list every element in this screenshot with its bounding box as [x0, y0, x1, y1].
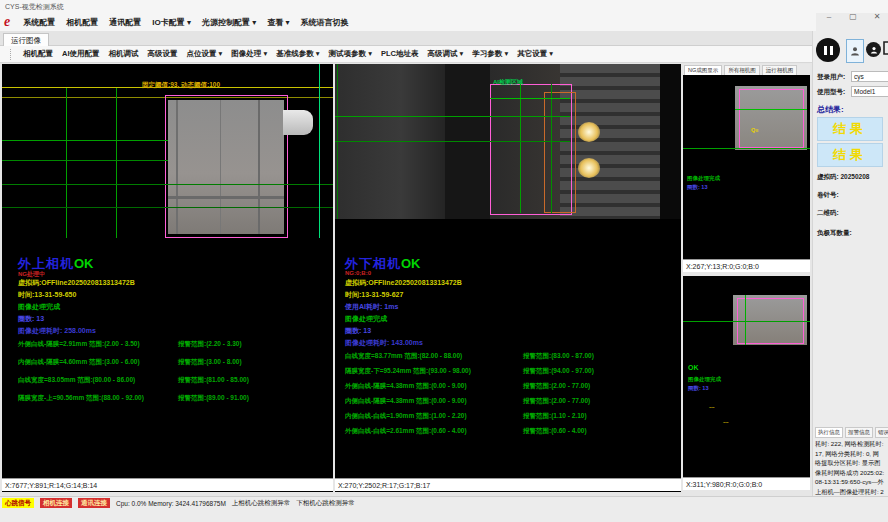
tab-alarm-info[interactable]: 报警信息 — [845, 427, 873, 438]
app-window: CYS-视觉检测系统 – ▢ ✕ e 系统配置 相机配置 通讯配置 IO卡配置 … — [0, 0, 888, 522]
overlay-green-hline — [2, 160, 168, 161]
ng-status-text: NG:0;B:0 — [345, 270, 371, 276]
tool-advanced-settings[interactable]: 高级设置 — [148, 49, 178, 59]
camera-image-lower[interactable]: AI检测区域 — [335, 64, 681, 219]
maximize-icon[interactable]: ▢ — [846, 12, 860, 21]
tab-ng-display[interactable]: NG成图显示 — [684, 65, 722, 75]
time-text: 时间:13-31-59-650 — [18, 290, 76, 300]
tab-exec-info[interactable]: 执行信息 — [815, 427, 843, 438]
camera-panel-lower: AI检测区域 外下相机OK NG:0;B:0 虚拟码:OFFline202502… — [335, 64, 681, 492]
overlay-roi-rect-orange — [544, 92, 576, 213]
status-row: 心跳信号 相机连接 通讯连接 Cpu: 0.0% Memory: 3424.41… — [2, 498, 355, 508]
ai-region-label: AI检测区域 — [493, 78, 523, 87]
overlay-green-hline — [2, 184, 333, 185]
model-label: 使用型号: — [817, 88, 845, 97]
login-user-value[interactable]: cys — [851, 71, 888, 82]
virtual-code-value: 20250208 — [840, 173, 869, 180]
tool-advanced-debug[interactable]: 高级调试 ▾ — [427, 49, 463, 59]
tab-run-image[interactable]: 运行图像 — [3, 33, 49, 47]
login-user-label: 登录用户: — [817, 73, 845, 82]
tool-other-settings[interactable]: 其它设置 ▾ — [517, 49, 553, 59]
overlay-green-hline — [735, 109, 807, 110]
sidebar: 登录用户: cys 使用型号: Model1 总结果: 结果 结果 虚拟码: 2… — [812, 31, 888, 496]
loop-count-text: 圈数: 13 — [688, 385, 708, 392]
tab-run-cameras[interactable]: 运行相机图 — [762, 65, 798, 75]
virtual-code-label: 虚拟码: 20250208 — [817, 173, 869, 182]
close-icon[interactable]: ✕ — [870, 12, 884, 21]
glow-highlight — [578, 158, 600, 178]
overlay-cyan-vline — [319, 64, 320, 238]
log-tabs: 执行信息 报警信息 错误信息 — [815, 427, 888, 438]
virtual-code-text: 虚拟码:OFFline2025020813313472B — [345, 278, 462, 288]
tool-plc-address[interactable]: PLC地址表 — [381, 49, 419, 59]
cpu-memory-readout: Cpu: 0.0% Memory: 3424.41796875M — [116, 500, 226, 507]
elapsed-text: 图像处理耗时: 258.00ms — [18, 326, 96, 336]
virtual-code-text: 虚拟码:OFFline2025020813313472B — [18, 278, 135, 288]
model-value[interactable]: Model1 — [851, 86, 888, 97]
menu-camera-config[interactable]: 相机配置 — [66, 17, 98, 28]
process-done-text: 图像处理完成 — [345, 314, 387, 324]
app-logo-icon: e — [4, 14, 10, 30]
minimize-icon[interactable]: – — [822, 12, 836, 21]
tool-ai-config[interactable]: AI使用配置 — [62, 49, 100, 59]
upper-camera-heartbeat-status: 上相机心跳检测异常 — [232, 499, 291, 508]
tool-baseline-params[interactable]: 基准线参数 ▾ — [276, 49, 319, 59]
menu-system-config[interactable]: 系统配置 — [23, 17, 55, 28]
menu-io-config[interactable]: IO卡配置 ▾ — [152, 17, 191, 28]
tool-camera-debug[interactable]: 相机调试 — [109, 49, 139, 59]
comm-link-indicator: 通讯连接 — [78, 498, 110, 508]
menu-view[interactable]: 查看 ▾ — [267, 17, 289, 28]
measure-row: 内侧白线-隔膜=4.38mm 范围:(0.00 - 9.00)报警范围:(2.0… — [345, 397, 675, 406]
preview-image-bottom[interactable]: OK 图像处理完成 圈数: 13 –– –– — [683, 276, 810, 477]
camera-image-upper[interactable]: 固定阈值:93, 动态阈值:100 — [2, 64, 333, 238]
tool-learn-params[interactable]: 学习参数 ▾ — [472, 49, 508, 59]
time-text: 时间:13-31-59-627 — [345, 290, 403, 300]
overlay-green-hline — [683, 148, 810, 149]
lower-camera-heartbeat-status: 下相机心跳检测异常 — [296, 499, 355, 508]
pause-button[interactable] — [816, 38, 840, 62]
status-ok: OK — [688, 364, 699, 371]
measure-row: 白线宽度=83.05mm 范围:(80.00 - 86.00)报警范围:(81.… — [18, 376, 330, 385]
preview-image-top[interactable]: Q≡ 图像处理完成 圈数: 13 — [683, 75, 810, 259]
process-done-text: 图像处理完成 — [18, 302, 60, 312]
threshold-overlay-text: 固定阈值:93, 动态阈值:100 — [142, 81, 220, 90]
logout-icon — [883, 41, 888, 55]
titlebar: CYS-视觉检测系统 — [0, 0, 888, 13]
account-button[interactable] — [866, 42, 881, 57]
tool-camera-config[interactable]: 相机配置 — [23, 49, 53, 59]
tool-test-params[interactable]: 测试项参数 ▾ — [329, 49, 372, 59]
menu-comm-config[interactable]: 通讯配置 — [109, 17, 141, 28]
pixel-coords-readout: X:311;Y:980;R:0;G:0;B:0 — [683, 477, 810, 490]
roller-part — [283, 110, 313, 135]
tool-point-settings[interactable]: 点位设置 ▾ — [187, 49, 223, 59]
overlay-green-vline — [520, 84, 521, 213]
ng-preview-panel: NG成图显示 所有相机图 运行相机图 Q≡ 图像处理完成 圈数: 13 X:26… — [683, 64, 810, 272]
overlay-green-hline — [683, 321, 810, 322]
user-login-button[interactable] — [846, 39, 864, 63]
process-done-text: 图像处理完成 — [688, 376, 721, 383]
result-box-upper: 结果 — [817, 117, 883, 141]
glow-highlight — [578, 122, 600, 142]
tab-all-cameras[interactable]: 所有相机图 — [724, 65, 760, 75]
user-icon — [870, 46, 878, 54]
tool-image-processing[interactable]: 图像处理 ▾ — [231, 49, 267, 59]
pixel-coords-readout: X:7677;Y:891;R:14;G:14;B:14 — [2, 478, 333, 491]
measure-row: 隔膜宽度-下=95.24mm 范围:(93.00 - 98.00)报警范围:(9… — [345, 367, 675, 376]
toolbar-grip — [10, 49, 12, 60]
pixel-coords-readout: X:267;Y:13;R:0;G:0;B:0 — [683, 259, 810, 272]
machine-bg — [660, 64, 681, 219]
camera-link-indicator: 相机连接 — [40, 498, 72, 508]
status-ok: OK — [74, 256, 94, 271]
overlay-green-vline — [116, 88, 117, 238]
window-controls: – ▢ ✕ — [822, 12, 884, 21]
pixel-coords-readout: X:270;Y:2502;R:17;G:17;B:17 — [335, 478, 681, 491]
status-ok: OK — [401, 256, 421, 271]
process-done-text: 图像处理完成 — [687, 175, 720, 182]
main-area: 固定阈值:93, 动态阈值:100 外上相机OK NG处理中 虚拟码:OFFli… — [0, 63, 812, 496]
tab-error-info[interactable]: 错误信息 — [875, 427, 888, 438]
elapsed-text: 图像处理耗时: 143.00ms — [345, 338, 423, 348]
menu-language-switch[interactable]: 系统语言切换 — [300, 17, 348, 28]
exit-button[interactable] — [883, 41, 888, 59]
menu-light-config[interactable]: 光源控制配置 ▾ — [202, 17, 256, 28]
qrcode-label: 二维码: — [817, 209, 839, 218]
